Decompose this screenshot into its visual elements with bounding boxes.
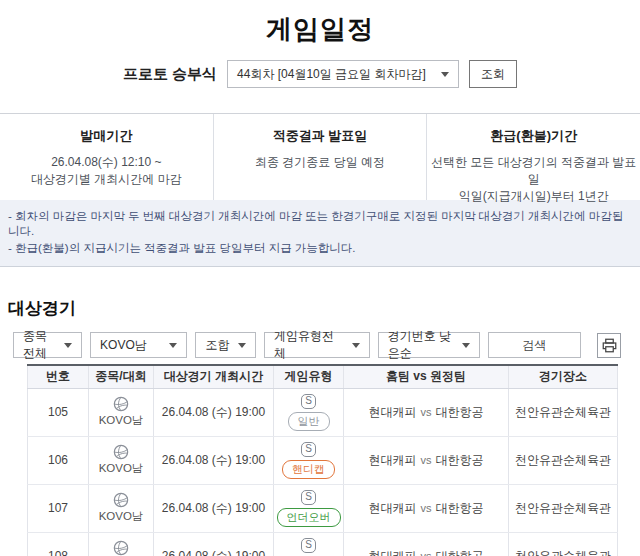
cell-match: 현대캐피vs대한항공: [344, 484, 509, 532]
info-col-text: 26.04.08(수) 12:10 ~: [0, 154, 213, 171]
header-match: 홈팀 vs 원정팀: [344, 365, 509, 388]
filter-league-value: KOVO남: [100, 337, 147, 354]
away-team: 대한항공: [436, 405, 484, 419]
vs-label: vs: [421, 550, 432, 556]
print-button[interactable]: [597, 333, 621, 358]
printer-icon: [602, 338, 617, 353]
cell-game-type: S SUM: [274, 538, 343, 556]
cell-league: KOVO남: [89, 396, 153, 428]
vs-label: vs: [421, 502, 432, 514]
header-no: 번호: [28, 365, 89, 388]
round-selector-row: 프로토 승부식 44회차 [04월10일 금요일 회차마감] 조회: [0, 59, 640, 89]
info-col-title: 환급(환불)기간: [427, 127, 640, 145]
cell-match: 현대캐피vs대한항공: [344, 532, 509, 556]
filter-sort-value: 경기번호 낮은순: [388, 328, 454, 362]
away-team: 대한항공: [436, 501, 484, 515]
info-col-refund-period: 환급(환불)기간 선택한 모든 대상경기의 적중결과 발표일 익일(지급개시일)…: [426, 114, 640, 200]
info-col-text: 대상경기별 개최시간에 마감: [0, 171, 213, 188]
chevron-down-icon: [169, 343, 177, 348]
info-col-result-date: 적중결과 발표일 최종 경기종료 당일 예정: [213, 114, 427, 200]
filter-row: 종목전체 KOVO남 조합 게임유형전체 경기번호 낮은순 검색: [13, 332, 632, 358]
cell-time: 26.04.08 (수) 19:00: [154, 484, 274, 532]
info-col-sale-period: 발매기간 26.04.08(수) 12:10 ~ 대상경기별 개최시간에 마감: [0, 114, 213, 200]
cell-league: KOVO남: [89, 492, 153, 524]
filter-league-select[interactable]: KOVO남: [90, 332, 187, 358]
cell-match: 현대캐피vs대한항공: [344, 436, 509, 484]
away-team: 대한항공: [436, 453, 484, 467]
cell-venue: 천안유관순체육관: [509, 436, 618, 484]
table-row: 108 KOVO남 26.04.08 (수) 19:00 S SUM 현대캐피v…: [28, 532, 618, 556]
note-line: - 환급(환불)의 지급시기는 적중결과 발표 당일부터 지급 가능합니다.: [8, 241, 632, 256]
search-button[interactable]: 검색: [488, 332, 581, 358]
filter-sport-select[interactable]: 종목전체: [13, 332, 82, 358]
info-col-text: 선택한 모든 대상경기의 적중결과 발표일: [427, 154, 640, 188]
info-col-title: 적중결과 발표일: [214, 127, 427, 145]
filter-game-type-select[interactable]: 게임유형전체: [264, 332, 370, 358]
cell-game-number: 106: [28, 436, 89, 484]
single-game-icon: S: [301, 394, 316, 409]
info-col-text: 익일(지급개시일)부터 1년간: [427, 188, 640, 205]
table-header-row: 번호 종목/대회 대상경기 개최시간 게임유형 홈팀 vs 원정팀 경기장소: [28, 365, 618, 388]
filter-game-type-value: 게임유형전체: [274, 328, 344, 362]
cell-venue: 천안유관순체육관: [509, 484, 618, 532]
game-type-badge: 언더오버: [277, 508, 341, 527]
cell-game-type: S 핸디캡: [274, 442, 343, 479]
info-columns: 발매기간 26.04.08(수) 12:10 ~ 대상경기별 개최시간에 마감 …: [0, 113, 640, 200]
round-selector-label: 프로토 승부식: [123, 65, 217, 84]
filter-combo-select[interactable]: 조합: [195, 332, 256, 358]
cell-venue: 천안유관순체육관: [509, 532, 618, 556]
round-select-value: 44회차 [04월10일 금요일 회차마감]: [237, 66, 426, 83]
note-line: - 회차의 마감은 마지막 두 번째 대상경기 개최시간에 마감 또는 한경기구…: [8, 209, 632, 239]
header-league: 종목/대회: [89, 365, 154, 388]
filter-sort-select[interactable]: 경기번호 낮은순: [378, 332, 480, 358]
single-game-icon: S: [301, 490, 316, 505]
cell-league: KOVO남: [89, 540, 153, 556]
vs-label: vs: [421, 406, 432, 418]
chevron-down-icon: [441, 72, 449, 77]
cell-venue: 천안유관순체육관: [509, 388, 618, 436]
game-type-badge: 일반: [288, 412, 330, 431]
round-search-button[interactable]: 조회: [469, 60, 517, 88]
cell-time: 26.04.08 (수) 19:00: [154, 532, 274, 556]
home-team: 현대캐피: [369, 405, 417, 419]
chevron-down-icon: [64, 343, 72, 348]
cell-league: KOVO남: [89, 444, 153, 476]
home-team: 현대캐피: [369, 501, 417, 515]
header-type: 게임유형: [274, 365, 344, 388]
chevron-down-icon: [238, 343, 246, 348]
cell-match: 현대캐피vs대한항공: [344, 388, 509, 436]
cell-game-type: S 일반: [274, 394, 343, 431]
header-time: 대상경기 개최시간: [154, 365, 274, 388]
volleyball-icon: [113, 444, 129, 460]
chevron-down-icon: [462, 343, 470, 348]
table-row: 107 KOVO남 26.04.08 (수) 19:00 S 언더오버 현대캐피…: [28, 484, 618, 532]
info-col-text: 최종 경기종료 당일 예정: [214, 154, 427, 171]
page-title: 게임일정: [0, 0, 640, 47]
home-team: 현대캐피: [369, 549, 417, 556]
volleyball-icon: [113, 396, 129, 412]
table-row: 105 KOVO남 26.04.08 (수) 19:00 S 일반 현대캐피vs…: [28, 388, 618, 436]
single-game-icon: S: [301, 538, 316, 553]
notes-box: - 회차의 마감은 마지막 두 번째 대상경기 개최시간에 마감 또는 한경기구…: [0, 200, 640, 267]
filter-combo-value: 조합: [205, 337, 229, 354]
round-select[interactable]: 44회차 [04월10일 금요일 회차마감]: [227, 60, 459, 88]
cell-game-type: S 언더오버: [274, 490, 343, 527]
volleyball-icon: [113, 540, 129, 556]
single-game-icon: S: [301, 442, 316, 457]
filter-sport-value: 종목전체: [23, 328, 56, 362]
header-venue: 경기장소: [509, 365, 618, 388]
away-team: 대한항공: [436, 549, 484, 556]
chevron-down-icon: [352, 343, 360, 348]
volleyball-icon: [113, 492, 129, 508]
info-col-title: 발매기간: [0, 127, 213, 145]
cell-time: 26.04.08 (수) 19:00: [154, 436, 274, 484]
games-table: 번호 종목/대회 대상경기 개최시간 게임유형 홈팀 vs 원정팀 경기장소 1…: [27, 364, 618, 556]
game-schedule-page: 게임일정 프로토 승부식 44회차 [04월10일 금요일 회차마감] 조회 발…: [0, 0, 640, 556]
section-title-target-games: 대상경기: [8, 297, 640, 320]
cell-game-number: 107: [28, 484, 89, 532]
vs-label: vs: [421, 454, 432, 466]
game-type-badge: 핸디캡: [282, 460, 335, 479]
cell-game-number: 108: [28, 532, 89, 556]
table-row: 106 KOVO남 26.04.08 (수) 19:00 S 핸디캡 현대캐피v…: [28, 436, 618, 484]
cell-game-number: 105: [28, 388, 89, 436]
